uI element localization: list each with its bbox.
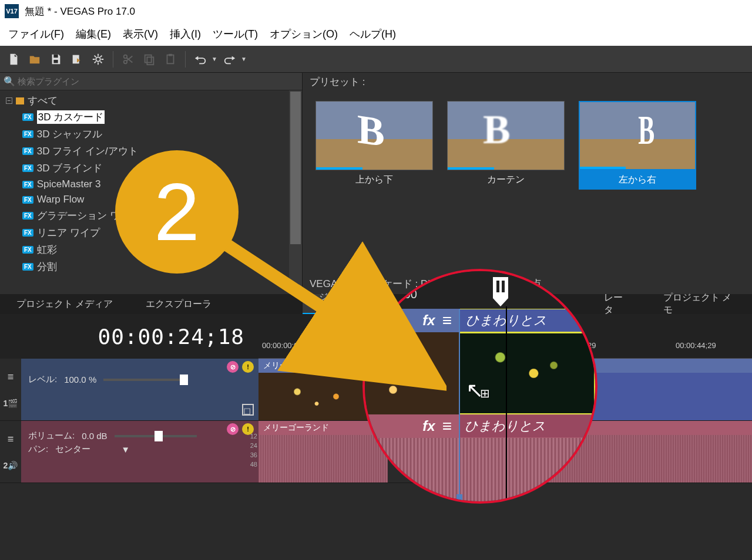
pan-label: パン: [28,444,48,455]
fx-badge-icon: FX [22,212,33,220]
pan-value: センター [55,444,90,455]
track-menu-icon[interactable]: ≡ [8,433,14,446]
preset-top-to-bottom[interactable]: B 上から下 [315,101,433,190]
volume-value: 0.0 dB [82,431,107,441]
redo-dropdown-icon[interactable]: ▼ [241,56,247,62]
pan-dropdown-icon[interactable]: ▼ [121,444,130,454]
tree-item-3d-flyinout[interactable]: FX3D フライ イン/アウト [0,143,289,160]
fx-badge-icon: FX [22,181,33,188]
tree-item-3d-cascade[interactable]: FX3D カスケード [0,109,289,126]
volume-slider[interactable] [115,435,197,437]
audio-track-header[interactable]: ≡ 2🔊 ⊘ ! ボリューム: 0.0 dB パン: センター ▼ [0,421,258,483]
level-slider[interactable] [103,379,186,381]
level-value: 100.0 % [64,375,96,384]
paste-button[interactable] [162,50,179,68]
save-button[interactable] [47,50,65,68]
tree-root[interactable]: − すべて [0,93,289,109]
callout-waveform [365,438,595,504]
svg-point-2 [96,57,100,61]
search-bar: 🔍 [0,73,302,90]
clip-edge-line [459,309,460,501]
preset-left-to-right[interactable]: B 左から右 [579,101,696,190]
svg-rect-6 [147,57,153,65]
search-icon: 🔍 [4,76,15,87]
tree-root-label: すべて [28,94,58,107]
main-toolbar: ▼ ▼ [0,46,752,73]
undo-dropdown-icon[interactable]: ▼ [212,56,217,62]
redo-button[interactable] [221,50,239,68]
scrollbar-thumb[interactable] [290,92,301,244]
svg-rect-1 [53,59,58,63]
titlebar: V17 無題 * - VEGAS Pro 17.0 [0,0,752,22]
undo-icon [194,53,207,66]
fx-badge-icon: FX [22,130,33,138]
window-title: 無題 * - VEGAS Pro 17.0 [25,5,135,18]
fx-badge-icon: FX [22,229,33,237]
level-label: レベル: [28,374,57,385]
mute-icon[interactable]: ⊘ [227,423,239,435]
svg-rect-7 [167,55,174,63]
svg-line-9 [212,235,417,370]
save-icon [49,53,62,66]
properties-button[interactable] [89,50,107,68]
scissors-icon [122,53,135,66]
gear-icon [92,53,105,66]
fx-badge-icon: FX [22,147,33,155]
menu-edit[interactable]: 編集(E) [71,23,116,45]
menu-file[interactable]: ファイル(F) [4,23,69,45]
menu-tools[interactable]: ツール(T) [208,23,263,45]
fx-badge-icon: FX [22,263,33,271]
svg-rect-8 [169,53,172,56]
copy-icon [143,53,156,66]
search-input[interactable] [18,76,298,86]
step-number: 2 [154,164,200,259]
menu-help[interactable]: ヘルプ(H) [345,23,401,45]
playhead-line [506,306,507,501]
audio-clip-1[interactable]: メリーゴーランド [258,421,388,483]
tab-media-generators[interactable]: レータ [588,294,647,314]
copy-button[interactable] [140,50,158,68]
menu-view[interactable]: 表示(V) [118,23,163,45]
folder-icon [16,97,24,104]
fx-icon: fx [422,418,435,434]
folder-open-icon [28,53,41,66]
tab-project-notes[interactable]: プロジェクト メモ [647,294,752,314]
clip-handle-icon [456,494,462,500]
menu-insert[interactable]: 挿入(I) [165,23,206,45]
cursor-icon: ↖⊞ [466,378,490,403]
new-button[interactable] [5,50,22,68]
render-icon [70,53,83,66]
annotation-arrow-icon [200,223,446,393]
volume-label: ボリューム: [28,430,75,441]
fx-badge-icon: FX [22,246,33,254]
svg-rect-5 [145,55,152,62]
annotation-step-badge: 2 [115,150,239,274]
fx-badge-icon: FX [22,113,33,121]
fx-badge-icon: FX [22,164,33,172]
preset-curtain[interactable]: B カーテン [447,101,565,190]
paste-icon [164,53,177,66]
clip-menu-icon: ≡ [442,417,452,436]
cut-button[interactable] [119,50,137,68]
track-menu-icon[interactable]: ≡ [8,371,14,383]
svg-rect-0 [53,54,58,58]
open-button[interactable] [26,50,43,68]
render-button[interactable] [68,50,86,68]
track-maximize-icon[interactable]: ◻ [242,404,254,416]
track-number: 1🎬 [4,399,18,408]
undo-button[interactable] [192,50,209,68]
callout-audio-clip-label: ひまわりとス [459,415,595,437]
menubar: ファイル(F) 編集(E) 表示(V) 挿入(I) ツール(T) オプション(O… [0,22,752,46]
new-file-icon [7,53,20,66]
tab-project-media[interactable]: プロジェクト メディア [0,294,129,314]
tree-item-3d-shuffle[interactable]: FX3D シャッフル [0,126,289,143]
db-scale: 12 24 36 48 [243,431,257,469]
fx-badge-icon: FX [22,196,33,204]
preset-header: プリセット : [303,73,752,90]
menu-options[interactable]: オプション(O) [265,23,343,45]
collapse-icon[interactable]: − [6,97,12,104]
app-icon: V17 [5,4,19,18]
playhead-marker-icon [493,277,508,298]
redo-icon [223,53,236,66]
track-number: 2🔊 [4,461,18,470]
